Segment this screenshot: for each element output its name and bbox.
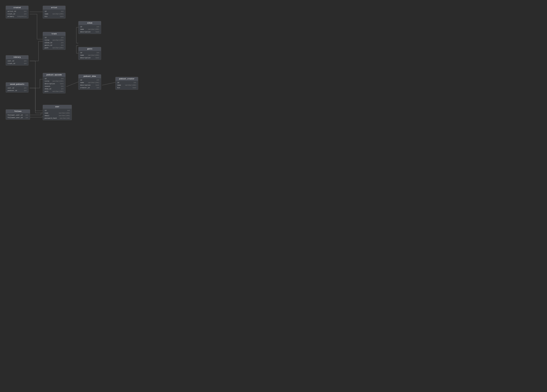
- table-row: pathvarchar(255): [43, 47, 65, 49]
- field-type: varchar(255): [52, 39, 64, 41]
- table-row: track_idint: [6, 13, 28, 15]
- table-row: primarytinyint(1): [6, 15, 28, 18]
- table-body-artist: idintnamevarchar(255)biotext: [43, 10, 65, 18]
- table-row: namevarchar(255): [78, 28, 101, 31]
- field-type: varchar(255): [52, 47, 64, 49]
- table-header-library: library: [6, 55, 28, 59]
- table-follows: followsfollower_user_idintfollowee_user_…: [6, 109, 30, 120]
- table-body-created: artist_idinttrack_idintprimarytinyint(1): [6, 10, 28, 18]
- table-header-saved_podcasts: saved_podcasts: [6, 83, 28, 86]
- table-header-artist: artist: [43, 6, 65, 10]
- table-row: follower_user_idint: [6, 114, 30, 116]
- table-row: idint: [43, 10, 65, 13]
- table-row: namevarchar(255): [116, 84, 138, 86]
- field-type: int: [61, 78, 64, 79]
- table-header-podcast_creator: podcast_creator: [116, 77, 138, 81]
- table-saved_podcasts: saved_podcastsuser_idintpodcast_idint: [6, 82, 28, 93]
- table-track: trackidinttitlevarchar(255)album_idintge…: [43, 32, 66, 50]
- table-row: descriptiontext: [78, 31, 101, 33]
- field-type: int: [61, 44, 64, 46]
- table-row: biotext: [116, 86, 138, 89]
- table-row: podcast_idint: [6, 89, 28, 92]
- field-type: int: [24, 13, 27, 15]
- field-name: id: [80, 52, 82, 54]
- field-type: varchar(255): [52, 91, 64, 92]
- table-row: descriptiontext: [43, 83, 65, 85]
- field-type: int: [24, 90, 27, 91]
- field-type: int: [24, 60, 27, 62]
- field-name: user_id: [7, 60, 14, 62]
- table-row: titlevarchar(255): [43, 39, 65, 41]
- field-name: show_id: [45, 88, 51, 90]
- table-row: emailvarchar(255): [43, 114, 72, 117]
- field-name: id: [45, 78, 47, 79]
- field-name: id: [45, 37, 47, 38]
- field-type: int: [61, 11, 64, 12]
- table-body-saved_podcasts: user_idintpodcast_idint: [6, 86, 28, 92]
- field-name: name: [80, 55, 84, 56]
- field-type: int: [133, 82, 136, 83]
- table-row: namevarchar(255): [43, 112, 72, 114]
- field-type: varchar(255): [88, 28, 99, 30]
- field-type: int: [96, 52, 99, 54]
- table-row: namevarchar(255): [43, 13, 65, 15]
- field-name: track_id: [7, 13, 15, 15]
- field-name: name: [45, 112, 48, 114]
- field-type: varchar(255): [52, 80, 64, 82]
- table-row: password_hashvarchar(60): [43, 117, 72, 119]
- field-type: text: [60, 16, 64, 17]
- table-body-library: user_idinttrack_idint: [6, 59, 28, 65]
- table-podcast_episode: podcast_episodeidinttitlevarchar(255)des…: [43, 73, 66, 93]
- table-body-user: idintnamevarchar(255)emailvarchar(255)pa…: [43, 109, 72, 120]
- table-row: namevarchar(255): [78, 54, 101, 56]
- field-type: int: [96, 79, 99, 81]
- table-album: albumidintnamevarchar(255)descriptiontex…: [78, 21, 101, 34]
- field-name: path: [45, 47, 48, 49]
- table-row: idint: [78, 51, 101, 54]
- field-type: int: [61, 85, 64, 87]
- field-type: int: [24, 63, 27, 64]
- table-body-album: idintnamevarchar(255)descriptiontext: [78, 25, 101, 34]
- field-name: name: [45, 13, 48, 15]
- table-row: user_idint: [6, 87, 28, 89]
- field-type: tinyint(1): [17, 16, 27, 17]
- field-name: bio: [117, 87, 120, 89]
- table-library: libraryuser_idinttrack_idint: [6, 55, 28, 66]
- table-row: pathvarchar(255): [43, 90, 65, 93]
- table-header-created: created: [6, 6, 28, 10]
- field-type: int: [24, 11, 27, 12]
- table-header-user: user: [43, 105, 72, 109]
- table-body-follows: follower_user_idintfollowee_user_idint: [6, 113, 30, 119]
- field-name: bio: [45, 16, 48, 17]
- field-name: season: [45, 85, 50, 87]
- field-type: varchar(255): [125, 84, 136, 86]
- field-type: varchar(60): [60, 117, 70, 119]
- field-type: int: [61, 37, 64, 38]
- field-name: follower_user_id: [7, 114, 23, 116]
- table-row: show_idint: [43, 88, 65, 90]
- field-name: title: [45, 39, 49, 41]
- table-row: idint: [43, 36, 65, 39]
- table-row: idint: [43, 77, 65, 80]
- field-name: description: [80, 31, 91, 33]
- table-row: idint: [78, 79, 101, 81]
- field-type: int: [96, 87, 99, 89]
- table-row: track_idint: [6, 62, 28, 65]
- field-type: int: [61, 88, 64, 90]
- field-type: int: [26, 114, 28, 116]
- field-type: int: [67, 110, 70, 111]
- table-header-podcast_episode: podcast_episode: [43, 73, 65, 77]
- field-name: track_id: [7, 63, 15, 64]
- field-name: email: [45, 115, 49, 117]
- table-row: titlevarchar(255): [43, 80, 65, 83]
- field-name: followee_user_id: [7, 117, 23, 118]
- table-row: user_idint: [6, 60, 28, 62]
- table-podcast_show: podcast_showidintnamevarchar(255)descrip…: [78, 74, 101, 90]
- field-name: artist_id: [7, 11, 16, 12]
- field-type: varchar(255): [59, 112, 70, 114]
- field-type: int: [96, 26, 99, 28]
- field-name: album_id: [45, 42, 52, 44]
- table-created: createdartist_idinttrack_idintprimarytin…: [6, 6, 28, 19]
- table-body-podcast_show: idintnamevarchar(255)descriptiontextcrea…: [78, 78, 101, 89]
- field-name: description: [80, 57, 91, 59]
